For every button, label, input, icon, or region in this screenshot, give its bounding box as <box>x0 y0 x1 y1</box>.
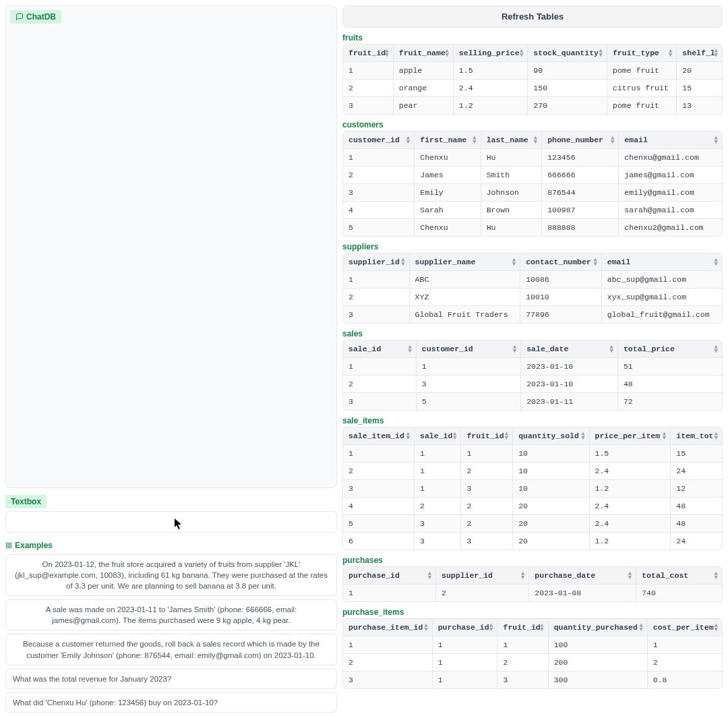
table-row[interactable]: 2orange2.4150citrus fruit15 <box>343 80 722 97</box>
column-header[interactable]: quantity_sold▲▼ <box>513 427 589 445</box>
example-item[interactable]: A sale was made on 2023-01-11 to 'James … <box>5 599 337 630</box>
column-header[interactable]: sale_id▲▼ <box>343 340 416 358</box>
column-header[interactable]: purchase_id▲▼ <box>432 619 497 636</box>
column-header[interactable]: purchase_id▲▼ <box>343 567 436 585</box>
sort-icon: ▲▼ <box>715 136 718 144</box>
column-header[interactable]: last_name▲▼ <box>481 131 542 149</box>
table-sale_items: sale_itemssale_item_id▲▼sale_id▲▼fruit_i… <box>342 416 723 550</box>
column-header[interactable]: customer_id▲▼ <box>343 131 415 149</box>
example-item[interactable]: What was the total revenue for January 2… <box>5 669 337 689</box>
column-header[interactable]: contact_number▲▼ <box>520 253 602 271</box>
column-header[interactable]: fruit_id▲▼ <box>497 619 548 636</box>
column-header[interactable]: total_price▲▼ <box>617 340 722 358</box>
table-cell: 2 <box>415 498 461 515</box>
table-cell: 666666 <box>542 167 619 184</box>
table-cell: Hu <box>481 219 542 237</box>
table-row[interactable]: 532202.448 <box>343 515 722 533</box>
column-header[interactable]: total_cost▲▼ <box>636 567 722 585</box>
column-header[interactable]: customer_id▲▼ <box>416 340 520 358</box>
column-header[interactable]: supplier_id▲▼ <box>436 567 529 585</box>
sort-icon: ▲▼ <box>581 431 584 440</box>
column-header[interactable]: sale_item_id▲▼ <box>343 427 415 445</box>
table-cell: 123456 <box>542 149 619 167</box>
table-cell: 3 <box>343 97 393 115</box>
table-row[interactable]: 4SarahBrown100987sarah@gmail.com <box>343 202 722 219</box>
example-item[interactable]: Because a customer returned the goods, r… <box>5 634 337 665</box>
column-header[interactable]: sale_id▲▼ <box>415 427 461 445</box>
table-row[interactable]: 5ChenxuHu888888chenxu2@gmail.com <box>343 219 722 237</box>
column-header[interactable]: shelf_l▲▼ <box>677 44 722 62</box>
table-row[interactable]: 1ChenxuHu123456chenxu@gmail.com <box>343 149 722 167</box>
table-cell: 0.8 <box>647 672 722 689</box>
table-cell: orange <box>393 80 453 97</box>
table-row[interactable]: 1ABC10086abc_sup@gmail.com <box>343 271 722 289</box>
column-header[interactable]: fruit_id▲▼ <box>461 427 513 445</box>
column-header[interactable]: supplier_id▲▼ <box>343 253 409 271</box>
column-header[interactable]: sale_date▲▼ <box>521 340 618 358</box>
column-header[interactable]: fruit_type▲▼ <box>607 44 676 62</box>
column-header[interactable]: selling_price▲▼ <box>453 44 528 62</box>
table-row[interactable]: 422202.448 <box>343 498 722 515</box>
sort-icon: ▲▼ <box>424 623 427 632</box>
sort-icon: ▲▼ <box>473 136 476 144</box>
table-cell: Hu <box>481 149 542 167</box>
table-row[interactable]: 352023-01-1172 <box>343 393 722 411</box>
table-row[interactable]: 112023-01-1051 <box>343 358 722 376</box>
refresh-tables-button[interactable]: Refresh Tables <box>342 5 723 28</box>
sort-icon: ▲▼ <box>385 49 388 57</box>
table-row[interactable]: 111101.515 <box>343 445 722 463</box>
column-header[interactable]: purchase_item_id▲▼ <box>343 619 432 636</box>
column-header[interactable]: fruit_name▲▼ <box>393 44 453 62</box>
column-header[interactable]: stock_quantity▲▼ <box>528 44 607 62</box>
table-row[interactable]: 212102.424 <box>343 463 722 480</box>
table-cell: 2 <box>461 463 513 480</box>
sort-icon: ▲▼ <box>513 345 516 353</box>
example-item[interactable]: What did 'Chenxu Hu' (phone: 123456) buy… <box>5 692 337 713</box>
sort-icon: ▲▼ <box>406 136 410 144</box>
table-row[interactable]: 2XYZ10010xyx_sup@gmail.com <box>343 289 722 306</box>
table-cell: James <box>415 167 481 184</box>
table-cell: 888888 <box>542 219 619 237</box>
table-row[interactable]: 122023-01-08740 <box>343 585 722 602</box>
table-cell: 3 <box>461 480 513 498</box>
column-header[interactable]: phone_number▲▼ <box>542 131 619 149</box>
column-header[interactable]: supplier_name▲▼ <box>409 253 520 271</box>
table-row[interactable]: 3Global Fruit Traders77896global_fruit@g… <box>343 306 722 324</box>
table-cell: 3 <box>343 672 432 689</box>
table-row[interactable]: 2JamesSmith666666james@gmail.com <box>343 167 722 184</box>
table-cell: james@gmail.com <box>619 167 722 184</box>
table-row[interactable]: 3EmilyJohnson876544emily@gmail.com <box>343 184 722 202</box>
column-header[interactable]: price_per_item▲▼ <box>589 427 671 445</box>
column-header[interactable]: cost_per_item▲▼ <box>647 619 722 636</box>
column-header[interactable]: fruit_id▲▼ <box>343 44 393 62</box>
column-header[interactable]: first_name▲▼ <box>415 131 481 149</box>
table-cell: xyx_sup@gmail.com <box>601 289 722 306</box>
sort-icon: ▲▼ <box>540 623 543 632</box>
column-header[interactable]: quantity_purchased▲▼ <box>548 619 647 636</box>
table-row[interactable]: 1apple1.590pome fruit20 <box>343 62 722 80</box>
column-header[interactable]: email▲▼ <box>619 131 722 149</box>
column-header[interactable]: email▲▼ <box>601 253 722 271</box>
table-cell: global_fruit@gmail.com <box>601 306 722 324</box>
table-cell: 3 <box>461 533 513 550</box>
table-cell: 3 <box>343 480 415 498</box>
table-cell: 1 <box>432 672 497 689</box>
table-row[interactable]: 633201.224 <box>343 533 722 550</box>
sort-icon: ▲▼ <box>512 258 516 266</box>
column-header[interactable]: item_tot▲▼ <box>671 427 722 445</box>
table-cell: 24 <box>671 463 722 480</box>
table-cell: 77896 <box>520 306 602 324</box>
sort-icon: ▲▼ <box>453 431 456 440</box>
table-cell: 1.2 <box>589 480 671 498</box>
table-cell: 1 <box>343 358 416 376</box>
table-row[interactable]: 313101.212 <box>343 480 722 498</box>
table-row[interactable]: 3133000.8 <box>343 672 722 689</box>
column-header[interactable]: purchase_date▲▼ <box>529 567 636 585</box>
table-row[interactable]: 232023-01-1048 <box>343 376 722 393</box>
table-row[interactable]: 2122002 <box>343 654 722 672</box>
table-cell: 1 <box>343 636 432 654</box>
example-item[interactable]: On 2023-01-12, the fruit store acquired … <box>5 554 337 596</box>
textbox-input[interactable] <box>5 511 337 533</box>
table-row[interactable]: 1111001 <box>343 636 722 654</box>
table-row[interactable]: 3pear1.2270pome fruit13 <box>343 97 722 115</box>
